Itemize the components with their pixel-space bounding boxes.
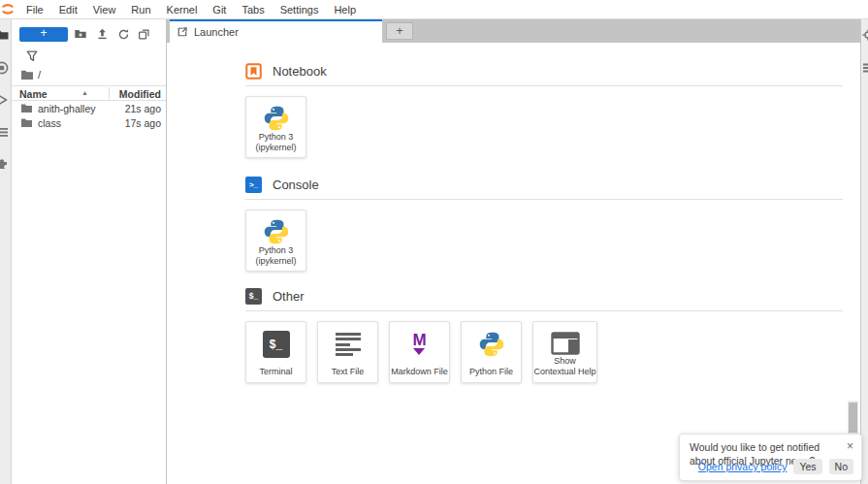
refresh-icon xyxy=(117,28,130,41)
section-other-header: $_ Other xyxy=(245,287,843,305)
filter-files-icon[interactable] xyxy=(25,49,39,63)
launcher-card-notebook-python3[interactable]: Python 3 (ipykernel) xyxy=(245,96,306,158)
python-logo-icon xyxy=(263,218,290,245)
card-label: Python 3 (ipykernel) xyxy=(255,132,296,153)
column-header-name[interactable]: Name xyxy=(19,88,48,100)
section-rule xyxy=(245,85,843,86)
menu-help[interactable]: Help xyxy=(326,2,364,17)
file-modified: 17s ago xyxy=(125,117,161,129)
python-logo-icon xyxy=(263,105,290,132)
open-privacy-policy-link[interactable]: Open privacy policy xyxy=(698,461,788,472)
card-label: Show Contextual Help xyxy=(533,356,595,377)
file-modified: 21s ago xyxy=(125,103,161,114)
main-tab-bar: Launcher + xyxy=(167,19,860,43)
jupyterlab-window: File Edit View Run Kernel Git Tabs Setti… xyxy=(0,0,868,484)
section-console-header: >_ Console xyxy=(245,176,843,193)
running-sessions-icon[interactable] xyxy=(0,60,10,76)
file-browser-icon[interactable] xyxy=(0,27,10,43)
terminal-icon: $_ xyxy=(245,288,262,305)
tab-launcher[interactable]: Launcher xyxy=(170,19,382,43)
new-folder-icon xyxy=(74,27,87,41)
breadcrumb-root[interactable]: / xyxy=(38,69,41,81)
new-launcher-button[interactable]: + xyxy=(19,27,68,42)
menu-items: File Edit View Run Kernel Git Tabs Setti… xyxy=(18,2,364,17)
console-icon: >_ xyxy=(245,177,262,193)
card-label: Text File xyxy=(332,367,365,377)
menu-kernel[interactable]: Kernel xyxy=(159,2,206,17)
new-tab-button[interactable]: + xyxy=(386,22,413,40)
debugger-icon[interactable] xyxy=(862,62,868,74)
no-button[interactable]: No xyxy=(829,459,853,474)
scrollbar-thumb[interactable] xyxy=(849,403,857,433)
file-row-anith-ghalley[interactable]: anith-ghalley 21s ago xyxy=(12,101,166,115)
file-name: class xyxy=(38,117,61,129)
file-browser-panel: + xyxy=(12,19,167,484)
notification-actions: Open privacy policy Yes No xyxy=(698,459,853,474)
section-rule xyxy=(245,199,843,200)
right-activity-bar xyxy=(860,19,868,484)
menu-view[interactable]: View xyxy=(85,2,124,17)
python-logo-icon xyxy=(478,330,505,359)
menu-tabs[interactable]: Tabs xyxy=(234,2,272,17)
home-folder-icon[interactable] xyxy=(20,69,34,81)
upload-button[interactable] xyxy=(94,26,110,42)
breadcrumb: / xyxy=(20,69,41,81)
close-icon[interactable]: × xyxy=(847,439,853,453)
left-activity-bar xyxy=(0,19,12,484)
extensions-icon[interactable] xyxy=(0,156,10,172)
menu-git[interactable]: Git xyxy=(205,2,234,17)
markdown-icon: M xyxy=(412,334,426,355)
launcher-card-python-file[interactable]: Python File xyxy=(461,321,522,383)
terminal-icon: $_ xyxy=(263,331,290,358)
file-name: anith-ghalley xyxy=(38,103,96,114)
section-rule xyxy=(245,310,843,311)
menu-bar: File Edit View Run Kernel Git Tabs Setti… xyxy=(0,0,868,19)
folder-icon xyxy=(20,117,33,128)
git-clone-icon xyxy=(138,28,150,41)
card-label: Terminal xyxy=(259,367,292,377)
section-other: $_ Other $_ Terminal xyxy=(245,287,843,311)
launcher-card-markdown-file[interactable]: M Markdown File xyxy=(389,321,450,383)
notebook-icon xyxy=(245,63,262,80)
column-header-modified[interactable]: Modified xyxy=(119,88,161,100)
launcher-content: Notebook Python 3 (ipykerne xyxy=(167,43,860,484)
upload-icon xyxy=(96,27,109,41)
news-notification-toast: Would you like to get notified about off… xyxy=(679,434,862,481)
contextual-help-icon xyxy=(551,330,580,356)
card-label: Python 3 (ipykernel) xyxy=(255,245,296,267)
launcher-card-contextual-help[interactable]: Show Contextual Help xyxy=(532,321,597,383)
folder-icon xyxy=(20,103,33,113)
menu-edit[interactable]: Edit xyxy=(51,2,85,17)
file-list-header: Name ▲ Modified xyxy=(12,85,166,101)
yes-button[interactable]: Yes xyxy=(793,459,821,474)
git-clone-button[interactable] xyxy=(136,26,151,42)
new-folder-button[interactable] xyxy=(73,26,88,42)
refresh-button[interactable] xyxy=(115,26,131,42)
menu-run[interactable]: Run xyxy=(123,2,158,17)
launcher-card-terminal[interactable]: $_ Terminal xyxy=(245,321,306,383)
text-file-icon xyxy=(336,333,361,356)
section-title: Other xyxy=(273,289,305,304)
menu-settings[interactable]: Settings xyxy=(273,2,327,17)
section-console: >_ Console Python 3 xyxy=(245,176,843,200)
column-divider xyxy=(109,87,110,100)
card-label: Markdown File xyxy=(391,367,448,377)
section-title: Notebook xyxy=(273,64,327,79)
property-inspector-icon[interactable] xyxy=(862,29,868,41)
launcher-card-text-file[interactable]: Text File xyxy=(317,321,378,383)
tab-label: Launcher xyxy=(194,26,239,38)
section-notebook: Notebook Python 3 (ipykerne xyxy=(245,62,843,86)
jupyter-logo-icon xyxy=(1,2,15,17)
section-title: Console xyxy=(273,177,319,192)
menu-file[interactable]: File xyxy=(18,2,51,17)
git-icon[interactable] xyxy=(0,92,10,108)
table-of-contents-icon[interactable] xyxy=(0,124,10,140)
file-row-class[interactable]: class 17s ago xyxy=(12,115,166,130)
card-label: Python File xyxy=(469,367,513,377)
launcher-icon xyxy=(177,26,188,38)
launcher-card-console-python3[interactable]: Python 3 (ipykernel) xyxy=(245,210,306,272)
sort-ascending-icon[interactable]: ▲ xyxy=(81,89,88,96)
section-notebook-header: Notebook xyxy=(245,62,843,80)
